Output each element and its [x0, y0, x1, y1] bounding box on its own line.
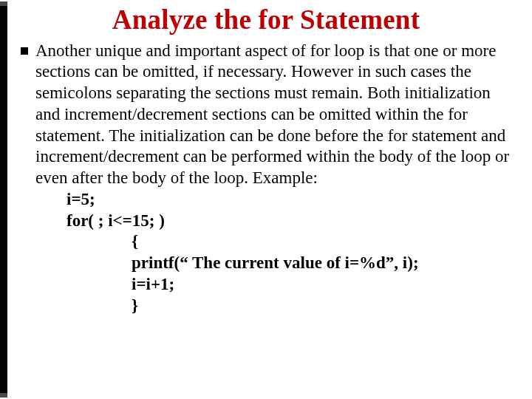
stripe-top-cap — [0, 1, 7, 6]
left-stripe — [0, 1, 7, 398]
body-text: Another unique and important aspect of f… — [21, 41, 511, 317]
paragraph: Another unique and important aspect of f… — [35, 41, 509, 188]
code-line-5: i=i+1; — [35, 274, 511, 296]
code-line-2: for( ; i<=15; ) — [35, 211, 511, 232]
code-line-6: } — [35, 296, 511, 317]
slide: Analyze the for Statement Another unique… — [0, 0, 532, 399]
bullet-text: Another unique and important aspect of f… — [35, 41, 511, 317]
page-title: Analyze the for Statement — [21, 4, 511, 36]
code-line-4: printf(“ The current value of i=%d”, i); — [35, 253, 511, 274]
code-line-1: i=5; — [35, 189, 511, 211]
bullet-item: Another unique and important aspect of f… — [21, 41, 511, 317]
square-bullet-icon — [21, 47, 28, 55]
stripe-bottom-cap — [0, 393, 7, 398]
code-line-3: { — [35, 231, 511, 253]
